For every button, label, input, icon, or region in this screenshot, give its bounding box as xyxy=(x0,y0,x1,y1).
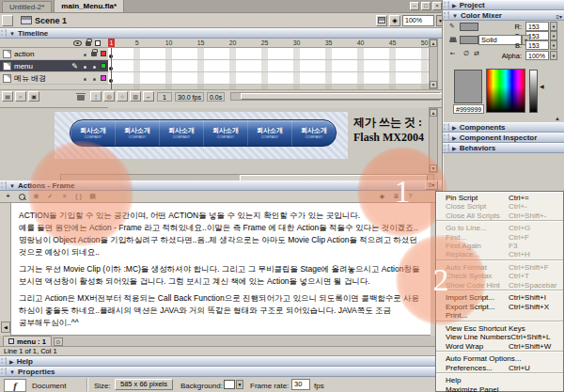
modify-markers-button[interactable]: ⌐ xyxy=(143,91,154,102)
panel-gripper[interactable] xyxy=(443,1,449,9)
nav-menu-bar[interactable]: 회사소개 COMPANY 회사소개 COMPANY 회사소개 COMPANY 회… xyxy=(70,119,337,147)
stage-vertical-scrollbar[interactable]: ▲ ▼ xyxy=(429,108,438,173)
fill-bucket-icon[interactable] xyxy=(449,36,457,42)
color-mixer-panel-header[interactable]: ▼ Color Mixer ≡▾ xyxy=(443,10,564,21)
panel-gripper[interactable] xyxy=(0,357,7,366)
stroke-color-swatch[interactable] xyxy=(460,23,478,31)
layer-outline-swatch[interactable] xyxy=(99,62,108,71)
timeline-vertical-scrollbar[interactable]: ▲ ▼ xyxy=(429,39,438,89)
menu-item[interactable]: Print... xyxy=(436,311,563,321)
stroke-pencil-icon[interactable]: ✎ xyxy=(449,23,455,30)
insert-layer-folder-button[interactable]: ▣ xyxy=(28,91,39,102)
menu-item[interactable]: Find Again F3 xyxy=(436,242,563,250)
layer-outline-swatch[interactable] xyxy=(99,74,108,83)
window-button[interactable]: □ xyxy=(421,2,431,10)
menu-item[interactable]: Maximize Panel xyxy=(436,384,563,392)
frames-ruler[interactable]: 15101520253035404550 xyxy=(108,39,429,48)
menu-item[interactable]: Preferences... Ctrl+U xyxy=(436,363,563,373)
menu-item[interactable]: Replace... Ctrl+H xyxy=(436,250,563,260)
components-panel-header[interactable]: ▶ Components xyxy=(443,122,564,133)
layer-lock-toggle[interactable] xyxy=(89,50,99,58)
frame-row[interactable] xyxy=(108,48,429,60)
b-input[interactable]: 153 xyxy=(525,40,549,50)
nav-button[interactable]: 회사소개 COMPANY xyxy=(203,120,247,146)
center-frame-button[interactable]: ¦ xyxy=(90,91,102,102)
window-button[interactable]: × xyxy=(432,2,442,10)
show-hide-eye-icon[interactable] xyxy=(73,40,82,46)
document-tab[interactable]: Untitled-2* xyxy=(2,1,52,12)
layer-lock-toggle[interactable] xyxy=(89,74,99,83)
no-color-icon[interactable]: ∅ xyxy=(463,50,469,57)
layer-outline-swatch[interactable] xyxy=(99,50,108,58)
panel-gripper[interactable] xyxy=(443,11,449,20)
scroll-down-icon[interactable]: ▼ xyxy=(430,81,437,88)
color-picker-gradient[interactable] xyxy=(486,69,525,113)
menu-item[interactable]: Close Script Ctrl+- xyxy=(436,202,563,211)
script-pane[interactable]: ACTION을 기입할 수 있는 공간이며, 어떤 ACTION을 넣을 수 있… xyxy=(11,203,431,336)
properties-panel-header[interactable]: ▼ Properties xyxy=(0,367,442,377)
frame-rate-indicator[interactable]: 30.0 fps xyxy=(175,92,204,102)
r-input[interactable]: 153 xyxy=(525,22,549,31)
layer-visibility-toggle[interactable] xyxy=(80,62,89,71)
delete-layer-button[interactable] xyxy=(77,93,85,101)
nav-button[interactable]: 회사소개 COMPANY xyxy=(247,120,291,146)
default-colors-icon[interactable]: ▪▫ xyxy=(450,50,455,56)
menu-item[interactable]: Go to Line... Ctrl+G xyxy=(436,224,563,232)
onion-skin-button[interactable]: ◎ xyxy=(103,91,115,102)
frame-row[interactable] xyxy=(108,60,429,72)
slider-arrow-icon[interactable]: ◀ xyxy=(540,83,544,89)
menu-item[interactable]: Pin Script Ctrl+= xyxy=(436,194,563,202)
menu-item[interactable]: Export Script... Ctrl+Shift+X xyxy=(436,303,563,311)
nav-button[interactable]: 회사소개 COMPANY xyxy=(70,120,115,146)
actions-panel-header[interactable]: ▼ Actions - Frame xyxy=(0,180,442,191)
pin-script-icon[interactable]: ⊙ xyxy=(54,337,63,346)
b-spinner-icon[interactable]: ▼ xyxy=(550,40,557,50)
size-button[interactable]: 585 x 66 pixels xyxy=(115,379,173,390)
layer-visibility-toggle[interactable] xyxy=(80,50,89,58)
help-panel-header[interactable]: ▶ Help xyxy=(0,356,442,367)
insert-target-path-button[interactable]: ⊕ xyxy=(30,192,42,202)
frame-row[interactable] xyxy=(108,72,429,85)
panel-gripper[interactable] xyxy=(443,144,449,152)
menu-item[interactable]: Show Code Hint Ctrl+Spacebar xyxy=(436,280,563,290)
alpha-input[interactable]: 100% xyxy=(525,51,549,60)
insert-layer-button[interactable]: ▤ xyxy=(2,91,13,102)
lock-column-icon[interactable] xyxy=(86,41,91,46)
project-panel-header[interactable]: ▶ Project xyxy=(443,0,564,10)
component-inspector-panel-header[interactable]: ▶ Component Inspector xyxy=(443,133,564,143)
panel-options-icon[interactable]: ≡▾ xyxy=(556,13,562,20)
layer-row[interactable]: 메뉴 배경 ✎ xyxy=(0,72,108,85)
reference-button[interactable]: ▤ xyxy=(86,192,99,202)
script-tab[interactable]: menu : 1 xyxy=(3,336,52,346)
document-tab[interactable]: main_Menu.fla* xyxy=(54,0,124,12)
r-spinner-icon[interactable]: ▼ xyxy=(550,22,557,31)
window-button[interactable]: – xyxy=(410,2,419,10)
back-button[interactable] xyxy=(2,15,13,26)
mixer-collapse-icon[interactable]: ▲ xyxy=(555,116,560,121)
edit-symbols-button[interactable]: ◈ xyxy=(389,15,400,26)
debug-options-button[interactable]: ◈ xyxy=(376,192,388,202)
scroll-down-icon[interactable]: ▼ xyxy=(430,165,437,172)
layer-visibility-toggle[interactable] xyxy=(80,74,89,83)
background-color-swatch[interactable] xyxy=(224,380,235,389)
fill-color-swatch[interactable] xyxy=(460,36,478,44)
g-spinner-icon[interactable]: ▼ xyxy=(550,31,557,40)
actions-panel-menu-button[interactable]: ≡▾ xyxy=(425,180,438,190)
show-code-hint-button[interactable]: ( ) xyxy=(72,192,85,202)
menu-item[interactable]: Word Wrap Ctrl+Shift+W xyxy=(436,341,563,352)
auto-format-button[interactable]: ≡ xyxy=(58,192,70,202)
panel-gripper[interactable] xyxy=(443,133,449,142)
behaviors-panel-header[interactable]: ▶ Behaviors xyxy=(443,143,564,153)
swap-colors-icon[interactable]: ⇄ xyxy=(474,50,479,57)
menu-item[interactable]: Check Syntax Ctrl+T xyxy=(436,272,563,280)
brightness-slider[interactable] xyxy=(529,70,538,113)
layer-row[interactable]: menu ✎ xyxy=(0,60,108,72)
menu-item[interactable]: Find... Ctrl+F xyxy=(436,233,563,242)
onion-outlines-button[interactable]: ○ xyxy=(117,91,128,102)
alpha-spinner-icon[interactable]: ▼ xyxy=(550,51,557,60)
layer-lock-toggle[interactable] xyxy=(89,62,99,71)
panel-gripper[interactable] xyxy=(0,181,7,190)
scroll-up-icon[interactable]: ▲ xyxy=(430,39,437,47)
add-motion-guide-button[interactable]: ∩ xyxy=(15,91,26,102)
add-statement-button[interactable]: + xyxy=(2,192,14,202)
